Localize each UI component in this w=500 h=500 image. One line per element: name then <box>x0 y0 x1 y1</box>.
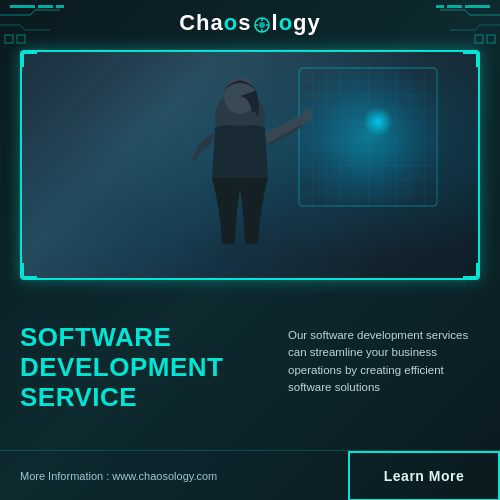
website-link: www.chaosology.com <box>112 470 217 482</box>
logo-text-part2: s <box>238 10 251 36</box>
svg-point-1 <box>259 22 265 28</box>
more-info: More Information : www.chaosology.com <box>0 470 348 482</box>
content-bottom: SOFTWARE DEVELOPMENT SERVICE Our softwar… <box>0 305 500 500</box>
image-inner <box>22 52 478 278</box>
title-line1: SOFTWARE <box>20 322 171 352</box>
svg-rect-12 <box>17 35 25 43</box>
page-container: Chaos logy <box>0 0 500 500</box>
content-main: SOFTWARE DEVELOPMENT SERVICE Our softwar… <box>0 305 500 450</box>
logo: Chaos logy <box>179 10 321 36</box>
title-line3: SERVICE <box>20 382 137 412</box>
header: Chaos logy <box>0 10 500 36</box>
frame-corner-tl <box>21 51 37 67</box>
top-bars-right <box>436 5 490 8</box>
svg-rect-11 <box>5 35 13 43</box>
frame-corner-bl <box>21 263 37 279</box>
content-left: SOFTWARE DEVELOPMENT SERVICE <box>20 323 273 440</box>
content-right: Our software development services can st… <box>288 323 480 440</box>
logo-o1: o <box>224 10 238 36</box>
svg-point-10 <box>302 110 312 122</box>
title-line2: DEVELOPMENT <box>20 352 223 382</box>
content-footer: More Information : www.chaosology.com Le… <box>0 450 500 500</box>
logo-text-part3: l <box>272 10 279 36</box>
frame-corner-tr <box>463 51 479 67</box>
more-info-label: More Information : <box>20 470 112 482</box>
logo-icon <box>253 14 271 32</box>
logo-text-part4: gy <box>293 10 321 36</box>
learn-more-button[interactable]: Learn More <box>348 451 500 501</box>
svg-rect-14 <box>475 35 483 43</box>
logo-text-part1: Cha <box>179 10 224 36</box>
svg-rect-13 <box>487 35 495 43</box>
logo-o2: o <box>279 10 293 36</box>
top-bars-left <box>10 5 64 8</box>
hand-glow <box>363 107 393 137</box>
main-title: SOFTWARE DEVELOPMENT SERVICE <box>20 323 273 413</box>
image-frame <box>20 50 480 280</box>
woman-figure-svg <box>140 68 340 278</box>
frame-corner-br <box>463 263 479 279</box>
description-text: Our software development services can st… <box>288 327 480 396</box>
